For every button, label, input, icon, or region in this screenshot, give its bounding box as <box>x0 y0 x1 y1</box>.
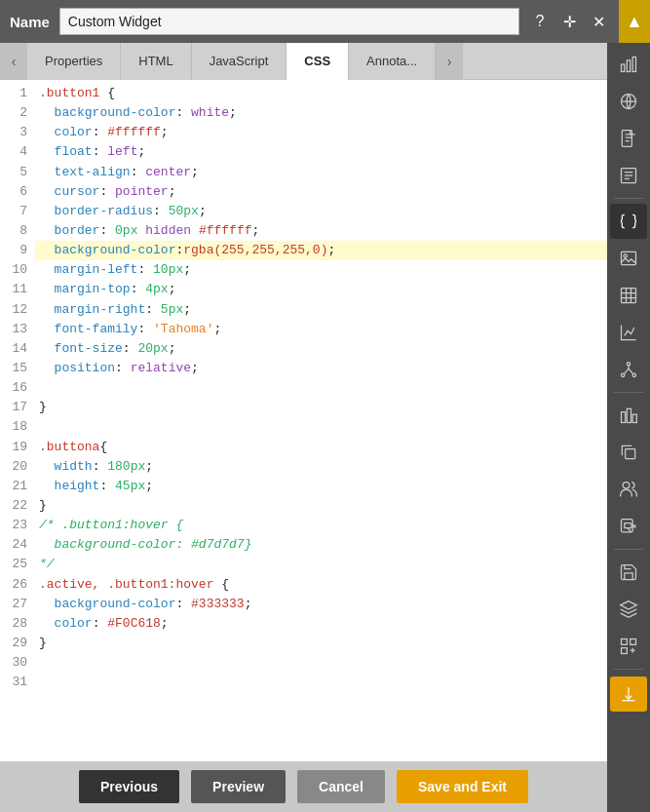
line-code: */ <box>35 555 607 574</box>
line-code: background-color: #333333; <box>35 595 607 614</box>
code-line-31: 31 <box>0 673 607 692</box>
line-number: 28 <box>0 614 35 634</box>
widget-name-input[interactable] <box>59 8 519 35</box>
sidebar-divider-4 <box>614 669 643 670</box>
tab-html[interactable]: HTML <box>121 43 191 80</box>
content-area: ‹ Properties HTML JavaScript CSS Annota.… <box>0 43 650 812</box>
chart2-icon[interactable] <box>610 315 647 350</box>
note-icon[interactable] <box>610 158 647 193</box>
line-code: float: left; <box>35 142 607 162</box>
line-code: border-radius: 50px; <box>35 202 607 221</box>
code-line-1: 1.button1 { <box>0 84 607 103</box>
cancel-button[interactable]: Cancel <box>297 770 385 803</box>
previous-button[interactable]: Previous <box>79 770 179 803</box>
line-code: background-color: white; <box>35 103 607 123</box>
line-code: } <box>35 634 607 653</box>
line-number: 6 <box>0 182 35 202</box>
line-code: font-size: 20px; <box>35 339 607 359</box>
code-table: 1.button1 {2 background-color: white;3 c… <box>0 84 607 692</box>
line-code: .active, .button1:hover { <box>35 575 607 595</box>
line-code: .buttona{ <box>35 438 607 457</box>
line-number: 8 <box>0 221 35 241</box>
image-icon[interactable] <box>610 241 647 276</box>
map-icon[interactable] <box>610 84 647 119</box>
svg-rect-17 <box>622 520 633 532</box>
code-editor[interactable]: 1.button1 {2 background-color: white;3 c… <box>0 80 607 761</box>
grid-plus-icon[interactable] <box>610 629 647 664</box>
tab-bar: ‹ Properties HTML JavaScript CSS Annota.… <box>0 43 607 80</box>
line-code: color: #ffffff; <box>35 123 607 142</box>
help-icon[interactable]: ? <box>529 13 551 30</box>
line-code: border: 0px hidden #ffffff; <box>35 221 607 241</box>
line-number: 20 <box>0 457 35 477</box>
svg-rect-0 <box>622 64 625 72</box>
bar-chart2-icon[interactable] <box>610 398 647 433</box>
copy-icon[interactable] <box>610 435 647 470</box>
svg-point-9 <box>627 363 630 366</box>
line-number: 26 <box>0 575 35 595</box>
code-line-3: 3 color: #ffffff; <box>0 123 607 142</box>
line-number: 13 <box>0 320 35 339</box>
preview-button[interactable]: Preview <box>191 770 286 803</box>
line-number: 22 <box>0 496 35 516</box>
tab-properties[interactable]: Properties <box>27 43 121 80</box>
sidebar-divider-1 <box>614 198 643 199</box>
line-code: margin-left: 10px; <box>35 260 607 280</box>
line-number: 10 <box>0 260 35 280</box>
tab-prev-btn[interactable]: ‹ <box>0 43 27 80</box>
table-icon[interactable] <box>610 278 647 313</box>
code-line-9: 9 background-color:rgba(255,255,255,0); <box>0 241 607 260</box>
move-icon[interactable]: ✛ <box>558 13 580 31</box>
document-icon[interactable] <box>610 121 647 156</box>
line-code: position: relative; <box>35 359 607 378</box>
line-number: 23 <box>0 516 35 535</box>
svg-rect-8 <box>622 289 636 303</box>
line-number: 2 <box>0 103 35 123</box>
line-number: 1 <box>0 84 35 103</box>
bottom-bar: Previous Preview Cancel Save and Exit <box>0 761 607 812</box>
code-line-18: 18 <box>0 417 607 437</box>
layers-icon[interactable] <box>610 592 647 627</box>
code-line-19: 19.buttona{ <box>0 438 607 457</box>
save-icon[interactable] <box>610 555 647 590</box>
css-braces-icon[interactable] <box>610 204 647 239</box>
line-number: 30 <box>0 653 35 673</box>
svg-rect-20 <box>631 639 636 645</box>
svg-rect-1 <box>627 60 630 72</box>
tab-annotations[interactable]: Annota... <box>349 43 436 80</box>
rx-icon[interactable] <box>610 509 647 544</box>
code-line-15: 15 position: relative; <box>0 359 607 378</box>
line-code: /* .button1:hover { <box>35 516 607 535</box>
download-icon[interactable] <box>610 677 647 712</box>
save-exit-button[interactable]: Save and Exit <box>397 770 528 803</box>
line-code <box>35 653 607 673</box>
svg-rect-14 <box>632 414 636 422</box>
code-line-7: 7 border-radius: 50px; <box>0 202 607 221</box>
people-icon[interactable] <box>610 472 647 507</box>
code-line-12: 12 margin-right: 5px; <box>0 300 607 320</box>
tab-next-btn[interactable]: › <box>436 43 463 80</box>
tab-javascript[interactable]: JavaScript <box>192 43 287 80</box>
up-button[interactable]: ▲ <box>619 0 650 43</box>
line-number: 24 <box>0 535 35 555</box>
line-code: cursor: pointer; <box>35 182 607 202</box>
code-line-11: 11 margin-top: 4px; <box>0 280 607 299</box>
svg-point-10 <box>622 373 625 376</box>
svg-rect-13 <box>627 408 631 422</box>
line-code: .button1 { <box>35 84 607 103</box>
tab-css[interactable]: CSS <box>287 43 349 80</box>
code-line-20: 20 width: 180px; <box>0 457 607 477</box>
code-line-28: 28 color: #F0C618; <box>0 614 607 634</box>
main-panel: ‹ Properties HTML JavaScript CSS Annota.… <box>0 43 607 812</box>
line-code: } <box>35 398 607 417</box>
name-label: Name <box>10 14 50 30</box>
line-number: 27 <box>0 595 35 614</box>
line-number: 25 <box>0 555 35 574</box>
bar-chart-icon[interactable] <box>610 47 647 82</box>
code-line-22: 22} <box>0 496 607 516</box>
line-number: 21 <box>0 477 35 496</box>
svg-point-7 <box>624 254 627 257</box>
close-icon[interactable]: ✕ <box>588 13 609 31</box>
line-code: margin-right: 5px; <box>35 300 607 320</box>
network-icon[interactable] <box>610 352 647 387</box>
